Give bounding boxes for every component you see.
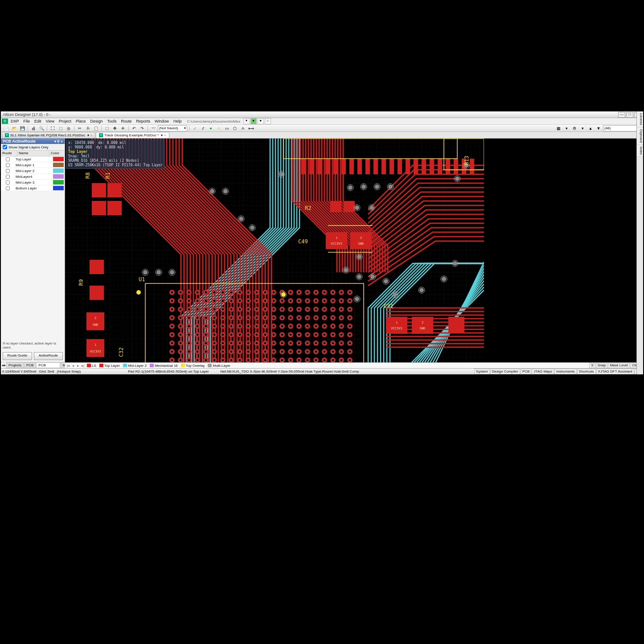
unsaved-combo[interactable]: (Not Saved)▾ <box>158 125 187 131</box>
zoom-fit-icon[interactable]: ⛶ <box>49 125 56 131</box>
active-route-button[interactable]: ActiveRoute <box>34 352 63 360</box>
minimize-button[interactable]: — <box>618 112 625 118</box>
menu-view[interactable]: View <box>44 119 56 123</box>
layer-color-swatch[interactable] <box>53 163 64 167</box>
menu-dxp[interactable]: DXP <box>9 119 21 123</box>
tabs-next-icon[interactable]: ▸ <box>4 363 6 367</box>
layer-color-swatch[interactable] <box>53 157 64 161</box>
via-icon[interactable]: ● <box>207 125 214 131</box>
filter-box[interactable]: (All)▾ <box>603 125 641 131</box>
layer-tab-btn[interactable]: Mask Level <box>608 363 629 368</box>
nav-back-icon[interactable]: ● <box>250 118 257 124</box>
layer-color-swatch[interactable] <box>53 174 64 179</box>
status-button[interactable]: XJTAG DFT Assistant <box>596 369 634 374</box>
menu-tools[interactable]: Tools <box>105 119 118 123</box>
tab-clipboard[interactable]: Clipboard <box>637 127 643 145</box>
tab-pcb-activeroute[interactable]: PCB ActiveRoute <box>36 362 60 368</box>
save-icon[interactable]: 💾 <box>19 125 26 131</box>
status-button[interactable]: Design Compiler <box>490 369 520 374</box>
new-icon[interactable]: 📄 <box>3 125 10 131</box>
pcb-canvas[interactable]: R8R1R2C49R9U1C32C31R131VCC3V32GND2GND1VC… <box>65 139 643 362</box>
dimension-icon[interactable]: ⟷ <box>247 125 254 131</box>
fill-icon[interactable]: ▭ <box>223 125 230 131</box>
menu-edit[interactable]: Edit <box>33 119 43 123</box>
menu-place[interactable]: Place <box>74 119 88 123</box>
layer-color-swatch[interactable] <box>53 168 64 173</box>
string-icon[interactable]: A <box>239 125 246 131</box>
copy-icon[interactable]: ⎘ <box>84 125 91 131</box>
pad-icon[interactable]: ○ <box>215 125 222 131</box>
zoom-area-icon[interactable]: ⬚ <box>57 125 64 131</box>
layer-tabs-last-icon[interactable]: ▸| <box>81 364 85 368</box>
layer-row[interactable]: Top Layer <box>1 156 65 162</box>
undo-icon[interactable]: ↶ <box>131 125 138 131</box>
layer-tabs-next-icon[interactable]: ▸ <box>76 364 80 368</box>
tab-projects[interactable]: Projects <box>6 362 24 368</box>
status-button[interactable]: Shortcuts <box>577 369 596 374</box>
layer-row[interactable]: Mid-Layer 3 <box>1 180 65 185</box>
layer-tab[interactable]: Mid-Layer 2 <box>122 363 148 368</box>
menu-design[interactable]: Design <box>88 119 104 123</box>
3d-icon[interactable]: ▲ <box>587 125 594 131</box>
panels-icon[interactable]: ▦ <box>555 125 562 131</box>
layer-row[interactable]: Mid-Layer 1 <box>1 162 65 168</box>
menu-project[interactable]: Project <box>57 119 73 123</box>
layer-tab[interactable]: Mechanical 16 <box>148 363 179 368</box>
menu-window[interactable]: Window <box>153 119 171 123</box>
move-icon[interactable]: ✥ <box>111 125 119 131</box>
layer-tab[interactable]: LS <box>86 363 98 368</box>
polygon-icon[interactable]: ⬠ <box>231 125 238 131</box>
dxp-icon[interactable]: D <box>2 119 8 124</box>
layer-row[interactable]: MidLayer4 <box>1 174 65 180</box>
path-dropdown[interactable]: ▾ <box>243 118 250 124</box>
layer-tab-btn[interactable]: S <box>589 363 595 368</box>
doc-tab-sl1[interactable]: PSL1 Xilinx Spartan-IIE PQ208 Rev1.01.Pc… <box>2 132 95 138</box>
filter-icon[interactable]: ⚙ <box>571 125 578 131</box>
open-icon[interactable]: 📂 <box>11 125 18 131</box>
layer-tab-btn[interactable]: Snap <box>596 363 608 368</box>
menu-reports[interactable]: Reports <box>135 119 152 123</box>
layer-tabs-prev-icon[interactable]: ◂ <box>71 364 75 368</box>
doc-tab-track-glossing[interactable]: PTrack Glossing Example.PcbDoc *▾× <box>96 132 169 138</box>
status-button[interactable]: PCB <box>521 369 531 374</box>
show-signal-layers-check[interactable]: Show Signal Layers Only <box>1 144 65 150</box>
zoom-selected-icon[interactable]: ◎ <box>65 125 72 131</box>
layer-row[interactable]: Mid-Layer 2 <box>1 168 65 174</box>
cut-icon[interactable]: ✂ <box>76 125 83 131</box>
nav-fwd-icon[interactable]: ● <box>258 118 264 124</box>
layer-color-swatch[interactable] <box>53 186 64 190</box>
tab-notes[interactable]: Notes <box>637 145 643 157</box>
pin-icon[interactable]: ▾ ⚲ × <box>54 139 63 144</box>
cross-icon[interactable]: ✛ <box>119 125 127 131</box>
route-icon[interactable]: 〰 <box>150 125 157 131</box>
filter-funnel-icon[interactable]: ▼ <box>595 125 602 131</box>
print-icon[interactable]: 🖨 <box>30 125 37 131</box>
nav-home-icon[interactable]: ⌂ <box>265 118 271 124</box>
panel-title[interactable]: PCB ActiveRoute▾ ⚲ × <box>1 139 65 144</box>
tab-close-icon[interactable]: × <box>164 133 166 137</box>
select-icon[interactable]: ⬚ <box>103 125 111 131</box>
tab-libraries[interactable]: Libraries <box>637 111 643 127</box>
interactive-route-icon[interactable]: ⟋ <box>191 125 198 131</box>
tabs-prev-icon[interactable]: ◂ <box>2 363 4 367</box>
tab-close-icon[interactable]: × <box>90 133 93 137</box>
layer-color-swatch[interactable] <box>53 180 64 185</box>
layer-tabs-first-icon[interactable]: |◂ <box>66 364 70 368</box>
maximize-button[interactable]: □ <box>626 112 633 118</box>
layer-tab[interactable]: Multi-Layer <box>206 363 232 368</box>
layer-tab[interactable]: Top Layer <box>98 363 121 368</box>
preview-icon[interactable]: 🔍 <box>38 125 45 131</box>
status-button[interactable]: JTAG Maps <box>532 369 554 374</box>
filter-menu[interactable]: ▾ <box>579 125 586 131</box>
tab-dropdown-icon[interactable]: ▾ <box>161 133 163 137</box>
panels-menu[interactable]: ▾ <box>563 125 570 131</box>
redo-icon[interactable]: ↷ <box>139 125 146 131</box>
menu-file[interactable]: File <box>22 119 32 123</box>
paste-icon[interactable]: 📋 <box>92 125 99 131</box>
route-guide-button[interactable]: Route Guide <box>3 352 32 360</box>
status-button[interactable]: Instruments <box>554 369 577 374</box>
tab-dropdown-icon[interactable]: ▾ <box>87 133 89 137</box>
tab-pcb[interactable]: PCB <box>24 362 36 368</box>
menu-help[interactable]: Help <box>172 119 184 123</box>
diff-pair-icon[interactable]: ⫽ <box>199 125 206 131</box>
